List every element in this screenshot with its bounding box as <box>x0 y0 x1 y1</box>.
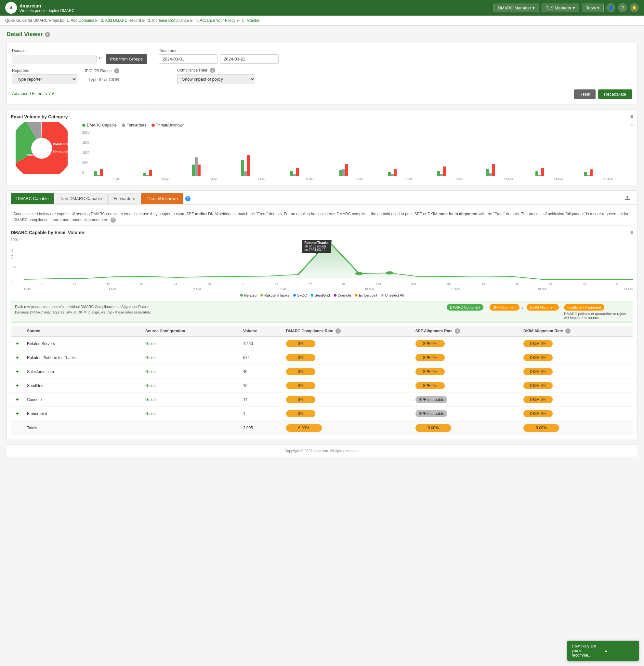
dlabel-7: 39 <box>275 283 278 286</box>
or-text: or <box>99 55 103 60</box>
tab-threat[interactable]: Threat/Unknown <box>141 193 183 204</box>
domains-input[interactable] <box>12 55 96 64</box>
dmarc-rate-3: 0% <box>286 382 315 389</box>
tab-forwarders[interactable]: Forwarders <box>108 193 141 204</box>
pill-or: or <box>521 305 525 309</box>
breadcrumb-step-1[interactable]: 1. Add Domains ▶ <box>67 18 99 23</box>
label-emberpoint: Emberpoint <box>359 293 377 297</box>
sub-chart-title-text: DMARC Capable by Email Volume <box>11 230 84 235</box>
ip-input[interactable] <box>85 75 169 84</box>
tabs-help-icon[interactable]: ? <box>185 196 191 201</box>
bar-red-5 <box>345 164 348 176</box>
bar-group-6 <box>388 169 436 176</box>
dlabel-6: 14 <box>241 283 245 286</box>
expand-row-3[interactable]: + <box>14 383 20 389</box>
info-banner: Each row measures a source's individual … <box>11 301 633 322</box>
dkim-rate-0: DKIM 0% <box>523 340 553 347</box>
y-label-500: 500 <box>82 161 89 164</box>
table-row: + Related Servers Guide 1,450 0% SPF 0% … <box>11 337 633 351</box>
logo-icon[interactable]: d <box>5 2 17 14</box>
y-label-1500: 1500 <box>82 141 89 144</box>
dmarc-rate-help[interactable]: i <box>336 329 341 334</box>
dlabel-14: 39 <box>515 283 519 286</box>
ip-help-icon[interactable]: i <box>114 68 119 73</box>
legend-unselect-all[interactable]: Unselect All <box>381 293 404 297</box>
guide-link-3[interactable]: Guide <box>145 383 156 388</box>
date-start-input[interactable] <box>159 54 217 64</box>
tab-non-dmarc[interactable]: Non-DMARC Capable <box>55 193 108 204</box>
help-icon[interactable]: ? <box>618 3 627 12</box>
user-icon[interactable]: 👤 <box>606 3 615 12</box>
volume-3: 16 <box>240 379 283 393</box>
tabs-section: DMARC Capable Non-DMARC Capable Forwarde… <box>6 190 638 439</box>
guide-link-4[interactable]: Guide <box>145 397 156 402</box>
advanced-filters-toggle[interactable]: Advanced Filters ∨∨∨ <box>12 91 55 96</box>
expand-row-0[interactable]: + <box>14 341 20 347</box>
page-help-icon[interactable]: ? <box>45 32 50 37</box>
dkim-rate-help[interactable]: i <box>565 329 571 334</box>
pick-groups-button[interactable]: Pick from Groups <box>106 54 147 64</box>
expand-row-4[interactable]: + <box>14 397 20 403</box>
guide-link-5[interactable]: Guide <box>145 411 156 416</box>
guide-link-2[interactable]: Guide <box>145 369 156 374</box>
x-label-10: 21-Mar <box>604 178 613 181</box>
notification-icon[interactable]: 🔔 <box>630 3 639 12</box>
reporters-select[interactable]: Type reporter <box>12 74 77 84</box>
expand-row-5[interactable]: + <box>14 411 20 417</box>
expand-row-1[interactable]: + <box>14 355 20 361</box>
bar-menu-icon[interactable]: ≡ <box>630 122 633 128</box>
tab-dmarc-capable[interactable]: DMARC Capable <box>11 193 54 204</box>
tls-manager-btn[interactable]: TLS Manager ▾ <box>542 4 579 12</box>
x-label-6: 13-Mar <box>404 178 413 181</box>
guide-link-1[interactable]: Guide <box>145 355 156 360</box>
y-label-0: 0 <box>82 171 89 174</box>
chart-menu-icon[interactable]: ≡ <box>630 114 633 120</box>
chart-tooltip: RakutenThanks 30 of 31 emails on 2024-03… <box>302 240 331 253</box>
bar-red-9 <box>541 168 544 176</box>
ip-label: IP/CIDR Range i <box>85 68 169 73</box>
legend-rakuten[interactable]: RakutenThanks <box>261 293 289 297</box>
compliance-select[interactable]: Show impact of policy <box>177 74 255 84</box>
dot-emberpoint <box>355 294 358 297</box>
bar-gray-1 <box>146 175 149 176</box>
legend-sendgrid[interactable]: SendGrid <box>311 293 329 297</box>
breadcrumb-step-4[interactable]: 4. Advance Your Policy ▶ <box>196 18 239 23</box>
domains-label: Domains <box>12 49 147 53</box>
spf-rate-5: SPF Incapable <box>415 410 448 417</box>
dlabel-11: 379 <box>411 283 416 286</box>
th-config: Source Configuration <box>142 326 240 337</box>
legend-emberpoint[interactable]: Emberpoint <box>355 293 377 297</box>
breadcrumb-step-2[interactable]: 2. Add DMARC Record ▶ <box>101 18 145 23</box>
breadcrumb-step-5[interactable]: 5. Monitor <box>242 18 260 23</box>
compliance-help-icon[interactable]: i <box>210 68 215 73</box>
x-label-5: 11-Mar <box>354 178 364 181</box>
chart-title-area: Email Volume by Category ≡ <box>11 114 633 120</box>
spf-rate-help[interactable]: i <box>455 329 460 334</box>
legend-related[interactable]: Related <box>240 293 256 297</box>
volume-0: 1,450 <box>240 337 283 351</box>
sub-y-0: 0 <box>11 279 18 283</box>
spf-rate-0: SPF 0% <box>415 340 445 347</box>
recalculate-button[interactable]: Recalculate <box>598 89 632 99</box>
tools-btn[interactable]: Tools ▾ <box>582 4 604 12</box>
export-button[interactable] <box>622 193 633 204</box>
x-label-7: 15-Mar <box>454 178 464 181</box>
legend-label-forwarders: Forwarders <box>126 123 146 127</box>
breadcrumb-step-3[interactable]: 3. Increase Compliance ▶ <box>148 18 193 23</box>
sub-chart-title: DMARC Capable by Email Volume ≡ <box>11 230 633 235</box>
guide-link-0[interactable]: Guide <box>145 341 156 346</box>
reset-button[interactable]: Reset <box>574 89 595 99</box>
bar-gray-10 <box>587 175 590 176</box>
dmarc-manager-btn[interactable]: DMARC Manager ▾ <box>494 4 539 12</box>
legend-sfdc[interactable]: SFDC <box>293 293 307 297</box>
bar-green-7 <box>437 171 440 176</box>
sub-y-500: 500 <box>11 265 18 269</box>
bar-chart-container: 2000 1500 1000 500 0 <box>82 131 633 181</box>
sub-chart-menu-icon[interactable]: ≡ <box>630 230 633 235</box>
tooltip-line1: 30 of 31 emails <box>304 245 328 248</box>
alignment-help-icon[interactable]: ? <box>110 217 116 223</box>
expand-row-2[interactable]: + <box>14 369 20 374</box>
legend-cuenote[interactable]: Cuenote <box>334 293 352 297</box>
x-label-8: 17-Mar <box>504 178 513 181</box>
date-end-input[interactable] <box>220 54 279 64</box>
